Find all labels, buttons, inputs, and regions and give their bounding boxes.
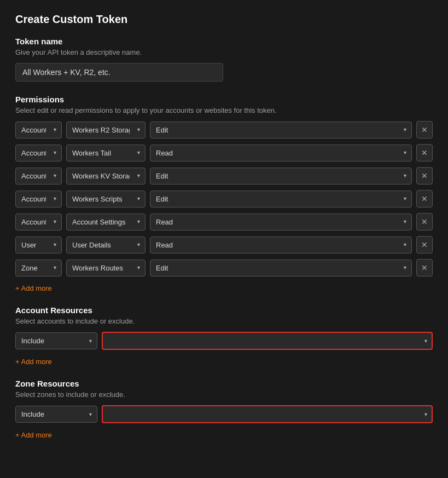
scope-select-6[interactable]: Account User Zone	[15, 237, 62, 254]
permission-row-7: Account User Zone Workers Routes Edit Re…	[15, 259, 433, 277]
scope-select-3[interactable]: Account User Zone	[15, 168, 62, 185]
permission-select-5[interactable]: Edit Read	[150, 214, 412, 231]
page-title: Create Custom Token	[15, 13, 433, 26]
scope-wrapper-2: Account User Zone	[15, 145, 62, 162]
permission-row-2: Account User Zone Workers Tail Edit Read…	[15, 144, 433, 162]
permission-row-3: Account User Zone Workers KV Storage Edi…	[15, 167, 433, 185]
permission-wrapper-7: Edit Read	[150, 260, 412, 277]
permission-select-6[interactable]: Edit Read	[150, 237, 412, 254]
permissions-label: Permissions	[15, 95, 433, 104]
resource-wrapper-4: Workers Scripts	[66, 191, 146, 208]
permission-row-1: Account User Zone Workers R2 Storage Edi…	[15, 121, 433, 139]
resource-wrapper-6: User Details	[66, 237, 146, 254]
account-include-select[interactable]: Include Exclude	[15, 332, 97, 349]
zone-resources-desc: Select zones to include or exclude.	[15, 390, 433, 399]
permissions-section: Permissions Select edit or read permissi…	[15, 95, 433, 292]
resource-wrapper-3: Workers KV Storage	[66, 168, 146, 185]
scope-select-5[interactable]: Account User Zone	[15, 214, 62, 231]
permission-wrapper-4: Edit Read	[150, 191, 412, 208]
resource-select-6[interactable]: User Details	[66, 237, 146, 254]
permission-select-3[interactable]: Edit Read	[150, 168, 412, 185]
permission-row-4: Account User Zone Workers Scripts Edit R…	[15, 190, 433, 208]
permission-wrapper-1: Edit Read	[150, 122, 412, 139]
scope-select-1[interactable]: Account User Zone	[15, 122, 62, 139]
scope-wrapper-4: Account User Zone	[15, 191, 62, 208]
zone-resources-label: Zone Resources	[15, 379, 433, 388]
account-resource-dropdown[interactable]	[102, 332, 433, 350]
token-name-section: Token name Give your API token a descrip…	[15, 37, 433, 82]
permission-select-1[interactable]: Edit Read	[150, 122, 412, 139]
permission-wrapper-5: Edit Read	[150, 214, 412, 231]
account-include-wrapper: Include Exclude	[15, 332, 97, 349]
zone-resource-dropdown[interactable]	[102, 405, 433, 423]
resource-select-4[interactable]: Workers Scripts	[66, 191, 146, 208]
permission-wrapper-6: Edit Read	[150, 237, 412, 254]
scope-wrapper-1: Account User Zone	[15, 122, 62, 139]
zone-resource-dropdown-wrapper	[102, 405, 433, 423]
token-name-input[interactable]	[15, 63, 223, 82]
zone-resources-section: Zone Resources Select zones to include o…	[15, 379, 433, 439]
account-resource-dropdown-wrapper	[102, 332, 433, 350]
permissions-add-more[interactable]: + Add more	[15, 284, 52, 292]
remove-button-6[interactable]: ✕	[416, 236, 433, 254]
permission-select-4[interactable]: Edit Read	[150, 191, 412, 208]
scope-select-4[interactable]: Account User Zone	[15, 191, 62, 208]
remove-button-3[interactable]: ✕	[416, 167, 433, 185]
resource-wrapper-2: Workers Tail	[66, 145, 146, 162]
resource-select-7[interactable]: Workers Routes	[66, 260, 146, 277]
resource-select-3[interactable]: Workers KV Storage	[66, 168, 146, 185]
remove-button-7[interactable]: ✕	[416, 259, 433, 277]
scope-wrapper-6: Account User Zone	[15, 237, 62, 254]
remove-button-4[interactable]: ✕	[416, 190, 433, 208]
resource-select-5[interactable]: Account Settings	[66, 214, 146, 231]
resource-select-2[interactable]: Workers Tail	[66, 145, 146, 162]
resource-wrapper-1: Workers R2 Storage	[66, 122, 146, 139]
zone-resource-row: Include Exclude	[15, 405, 433, 423]
resource-select-1[interactable]: Workers R2 Storage	[66, 122, 146, 139]
permission-select-2[interactable]: Edit Read	[150, 145, 412, 162]
account-resources-label: Account Resources	[15, 306, 433, 315]
token-name-label: Token name	[15, 37, 433, 46]
remove-button-5[interactable]: ✕	[416, 213, 433, 231]
permission-wrapper-3: Edit Read	[150, 168, 412, 185]
token-name-desc: Give your API token a descriptive name.	[15, 48, 433, 56]
account-resource-row: Include Exclude	[15, 332, 433, 350]
account-resources-add-more[interactable]: + Add more	[15, 358, 52, 366]
scope-wrapper-5: Account User Zone	[15, 214, 62, 231]
remove-button-1[interactable]: ✕	[416, 121, 433, 139]
permission-select-7[interactable]: Edit Read	[150, 260, 412, 277]
scope-wrapper-7: Account User Zone	[15, 260, 62, 277]
permission-wrapper-2: Edit Read	[150, 145, 412, 162]
permissions-desc: Select edit or read permissions to apply…	[15, 106, 433, 114]
permission-row-5: Account User Zone Account Settings Edit …	[15, 213, 433, 231]
scope-select-2[interactable]: Account User Zone	[15, 145, 62, 162]
account-resources-section: Account Resources Select accounts to inc…	[15, 306, 433, 366]
permission-row-6: Account User Zone User Details Edit Read…	[15, 236, 433, 254]
zone-include-wrapper: Include Exclude	[15, 406, 97, 423]
zone-include-select[interactable]: Include Exclude	[15, 406, 97, 423]
scope-select-7[interactable]: Account User Zone	[15, 260, 62, 277]
scope-wrapper-3: Account User Zone	[15, 168, 62, 185]
resource-wrapper-5: Account Settings	[66, 214, 146, 231]
account-resources-desc: Select accounts to include or exclude.	[15, 317, 433, 325]
remove-button-2[interactable]: ✕	[416, 144, 433, 162]
resource-wrapper-7: Workers Routes	[66, 260, 146, 277]
zone-resources-add-more[interactable]: + Add more	[15, 431, 52, 439]
